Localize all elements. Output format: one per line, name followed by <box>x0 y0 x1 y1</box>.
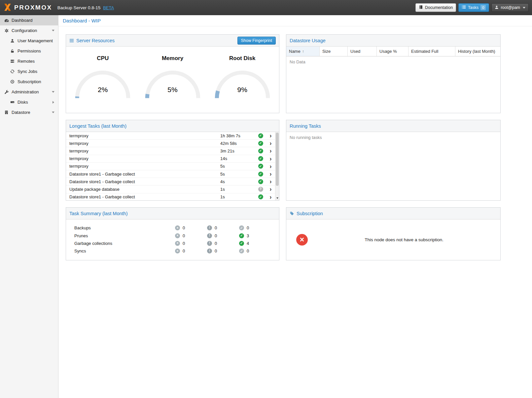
ok-count: 4 <box>247 241 249 246</box>
sidebar-item-administration[interactable]: Administration <box>0 87 58 97</box>
table-row[interactable]: Datastore store1 - Garbage collect 1s ✓ … <box>66 193 275 201</box>
ok-count-icon: ✓ <box>239 241 244 246</box>
chevron-right-icon[interactable]: › <box>266 172 275 176</box>
status-ok-icon: ✓ <box>255 156 266 161</box>
chevron-right-icon[interactable]: › <box>266 164 275 169</box>
panel-title: Datastore Usage <box>290 38 326 43</box>
chevron-right-icon[interactable]: › <box>266 156 275 161</box>
subscription-body: × This node does not have a subscription… <box>286 219 500 260</box>
sidebar-item-remotes[interactable]: Remotes <box>0 56 58 66</box>
summary-row: Garbage collections ×0 !0 ✓4 <box>66 240 279 247</box>
task-name: Datastore store1 - Garbage collect <box>66 179 220 184</box>
task-name: termproxy <box>66 141 220 146</box>
running-tasks-header: Running Tasks <box>286 120 500 132</box>
sidebar-item-label: Remotes <box>18 59 35 64</box>
chevron-right-icon[interactable]: › <box>266 141 275 146</box>
sidebar-item-dashboard[interactable]: Dashboard <box>0 15 58 25</box>
task-duration: 1s <box>220 194 255 199</box>
chevron-right-icon[interactable]: › <box>266 149 275 153</box>
task-duration: 5s <box>220 164 255 169</box>
refresh-icon <box>10 69 15 74</box>
column-header-history[interactable]: History (last Month) <box>455 47 500 56</box>
page-title: Dashboard - WIP <box>58 15 532 26</box>
summary-label: Prunes <box>66 233 175 238</box>
chevron-right-icon[interactable]: › <box>266 195 275 199</box>
sidebar-item-datastore[interactable]: Datastore <box>0 107 58 117</box>
user-menu-button[interactable]: root@pam <box>491 3 529 12</box>
sidebar: Dashboard Configuration <box>0 15 58 398</box>
table-row[interactable]: Update package database 1s ? › <box>66 185 275 193</box>
column-label: Usage % <box>379 49 397 54</box>
task-name: termproxy <box>66 133 220 138</box>
summary-label: Backups <box>66 225 175 230</box>
user-icon <box>495 5 499 10</box>
warning-count-icon: ! <box>207 249 212 253</box>
scroll-down-button[interactable] <box>275 196 279 200</box>
chevron-right-icon[interactable]: › <box>266 133 275 138</box>
sidebar-item-disks[interactable]: Disks <box>0 97 58 107</box>
table-row[interactable]: termproxy 5s ✓ › <box>66 163 275 170</box>
warning-count-icon: ! <box>207 241 212 246</box>
subscription-message: This node does not have a subscription. <box>308 237 500 242</box>
error-count: 0 <box>183 241 185 246</box>
longest-tasks-panel: Longest Tasks (last Month) termproxy 1h … <box>66 120 279 201</box>
sidebar-item-label: Subscription <box>18 79 41 84</box>
gauges-row: CPU 2% Memory <box>66 47 279 100</box>
sidebar-item-sync-jobs[interactable]: Sync Jobs <box>0 66 58 77</box>
beta-link[interactable]: BETA <box>103 5 114 10</box>
task-name: termproxy <box>66 156 220 161</box>
sidebar-item-label: Administration <box>12 89 39 94</box>
main-content: Dashboard - WIP Server Resources <box>58 15 532 398</box>
sidebar-item-label: Disks <box>18 100 28 105</box>
gauge-value: 9% <box>212 86 273 94</box>
warning-count: 0 <box>215 233 217 238</box>
panel-title: Task Summary (last Month) <box>69 211 127 216</box>
column-header-estimated-full[interactable]: Estimated Full <box>408 47 455 56</box>
column-header-name[interactable]: Name ↑ <box>286 47 320 56</box>
chevron-right-icon[interactable]: › <box>266 179 275 184</box>
column-header-size[interactable]: Size <box>320 47 348 56</box>
table-row[interactable]: termproxy 14s ✓ › <box>66 155 275 163</box>
scrollbar[interactable] <box>275 132 279 200</box>
table-row[interactable]: termproxy 42m 58s ✓ › <box>66 140 275 147</box>
table-row[interactable]: termproxy 1h 38m 7s ✓ › <box>66 132 275 140</box>
task-name: termproxy <box>66 164 220 169</box>
table-row[interactable]: termproxy 3m 21s ✓ › <box>66 147 275 155</box>
column-header-used[interactable]: Used <box>348 47 377 56</box>
sidebar-item-subscription[interactable]: Subscription <box>0 77 58 87</box>
book-icon <box>419 5 423 10</box>
chevron-right-icon[interactable]: › <box>266 187 275 191</box>
task-name: termproxy <box>66 149 220 153</box>
expand-caret-icon <box>52 30 54 31</box>
status-ok-icon: ✓ <box>255 149 266 153</box>
sidebar-item-permissions[interactable]: Permissions <box>0 46 58 56</box>
server-resources-panel: Server Resources Show Fingerprint CPU <box>66 34 279 113</box>
documentation-button[interactable]: Documentation <box>415 3 456 12</box>
tasks-button[interactable]: Tasks 0 <box>458 3 489 12</box>
top-bar: PROXMOX Backup Server 0.8-15 BETA Docume… <box>0 0 532 15</box>
app-title: Backup Server 0.8-15 <box>57 5 101 10</box>
unlock-icon <box>10 49 15 53</box>
gauge-value: 2% <box>72 86 133 94</box>
proxmox-x-icon <box>3 3 12 13</box>
summary-label: Garbage collections <box>66 241 175 246</box>
column-header-usage[interactable]: Usage % <box>377 47 408 56</box>
panel-title: Running Tasks <box>290 123 321 129</box>
sidebar-item-label: Sync Jobs <box>18 69 37 74</box>
warning-count-icon: ! <box>207 233 212 238</box>
ok-count: 0 <box>247 249 249 253</box>
root-disk-gauge: Root Disk 9% <box>209 55 275 100</box>
status-ok-icon: ✓ <box>255 179 266 184</box>
warning-count-icon: ! <box>207 225 212 230</box>
sidebar-item-configuration[interactable]: Configuration <box>0 25 58 36</box>
tasks-count-badge: 0 <box>480 5 486 10</box>
task-duration: 4s <box>220 179 255 184</box>
longest-tasks-body: termproxy 1h 38m 7s ✓ › termproxy 42m 58… <box>66 132 279 200</box>
table-row[interactable]: Datastore store1 - Garbage collect 4s ✓ … <box>66 178 275 185</box>
scrollbar-thumb[interactable] <box>276 133 279 186</box>
sidebar-item-user-management[interactable]: User Management <box>0 36 58 46</box>
table-row[interactable]: Datastore store1 - Garbage collect 5s ✓ … <box>66 170 275 178</box>
error-count: 0 <box>183 233 185 238</box>
show-fingerprint-button[interactable]: Show Fingerprint <box>237 37 276 45</box>
ok-count-icon: ✓ <box>239 249 244 253</box>
